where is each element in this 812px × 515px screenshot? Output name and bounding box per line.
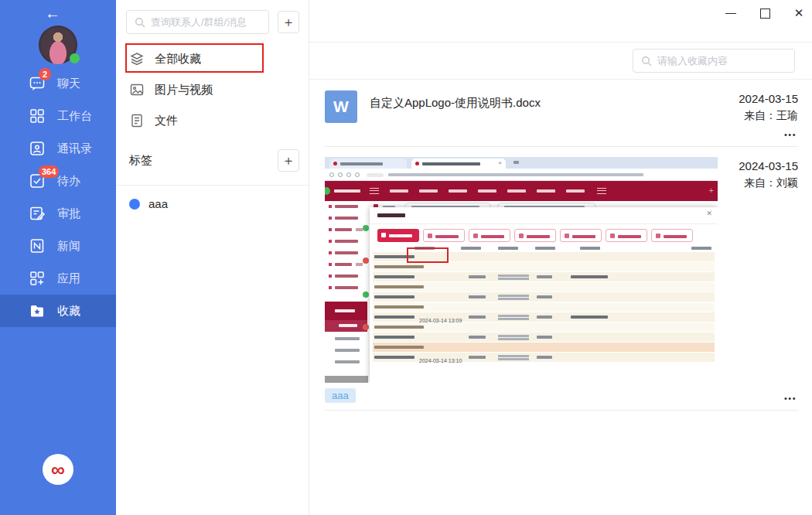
decor [610, 234, 615, 238]
decor [335, 286, 358, 289]
decor [374, 295, 415, 298]
decor [329, 263, 332, 266]
sidebar-item-news[interactable]: 新闻 [0, 230, 116, 262]
decor [469, 356, 486, 359]
file-title: 自定义AppLogo-使用说明书.docx [370, 96, 739, 146]
decor [374, 346, 424, 349]
decor-row [373, 262, 715, 271]
more-menu-button[interactable]: ••• [784, 130, 797, 139]
item-meta: 2024-03-15 来自：刘颖 [739, 158, 798, 190]
sidebar-item-todo[interactable]: 364 待办 [0, 165, 116, 197]
sidebar-item-label: 待办 [57, 174, 80, 189]
decor [329, 251, 332, 254]
decor [537, 356, 552, 359]
sidebar-item-contacts[interactable]: 通讯录 [0, 132, 116, 165]
filter-label: 全部收藏 [155, 52, 201, 67]
back-arrow-icon[interactable]: ← [45, 5, 60, 22]
decor [335, 275, 358, 278]
favorite-item-image: × + [325, 147, 798, 411]
decor [449, 189, 467, 193]
decor [565, 234, 569, 238]
decor [571, 275, 608, 278]
favorites-search-input[interactable]: 请输入收藏内容 [633, 49, 795, 73]
filter-all-favorites[interactable]: 全部收藏 [116, 43, 309, 74]
decor [498, 295, 529, 297]
decor [335, 337, 360, 340]
search-placeholder: 查询联系人/群组/消息 [151, 15, 247, 29]
decor-row [373, 343, 715, 352]
thumb-red-annotation [407, 247, 449, 263]
decor [469, 336, 486, 339]
sidebar-item-approval[interactable]: 审批 [0, 197, 116, 230]
thumb-browser-urlbar [325, 169, 718, 181]
decor [329, 217, 332, 220]
decor [329, 205, 332, 208]
approval-icon [29, 205, 46, 222]
contact-search-input[interactable]: 查询联系人/群组/消息 [126, 10, 269, 34]
decor [335, 205, 358, 208]
filter-images-videos[interactable]: 图片与视频 [116, 74, 309, 105]
tag-label: aaa [148, 197, 168, 210]
decor [498, 247, 518, 250]
decor [469, 275, 486, 278]
thumb-app-navbar: + [325, 181, 718, 201]
word-file-icon: W [325, 90, 357, 123]
tag-item-aaa[interactable]: aaa [116, 186, 309, 222]
decor [374, 265, 424, 268]
sidebar-item-apps[interactable]: 应用 [0, 262, 116, 295]
decor [374, 356, 415, 359]
decor [389, 234, 412, 237]
more-menu-button[interactable]: ••• [784, 394, 797, 403]
search-icon [641, 56, 652, 67]
decor-chip [514, 229, 556, 242]
sidebar-item-chat[interactable]: 2 聊天 [0, 67, 116, 100]
sidebar-item-label: 新闻 [57, 239, 80, 254]
minimize-button[interactable] [725, 8, 736, 19]
close-icon: ✕ [794, 6, 804, 19]
window-controls: ✕ [725, 8, 804, 19]
decor [527, 235, 550, 238]
decor [507, 189, 526, 193]
decor-row [373, 282, 715, 292]
search-placeholder: 请输入收藏内容 [657, 54, 728, 68]
decor [329, 275, 332, 278]
plus-icon: ＋ [282, 13, 295, 31]
decor-row [373, 333, 715, 342]
close-button[interactable]: ✕ [793, 8, 804, 19]
favorites-main: ✕ 请输入收藏内容 W 自定义AppLogo-使用说明书.docx 2024-0… [309, 0, 812, 515]
filter-files[interactable]: 文件 [116, 105, 309, 136]
favorited-screenshot-thumbnail[interactable]: × + [325, 157, 718, 383]
maximize-button[interactable] [759, 8, 770, 19]
workbench-icon [29, 107, 46, 124]
decor-row [373, 292, 715, 302]
item-date: 2024-03-15 [739, 90, 798, 107]
decor [473, 234, 478, 238]
decor [537, 336, 552, 339]
sidebar-item-workbench[interactable]: 工作台 [0, 100, 116, 132]
decor [478, 189, 496, 193]
decor [329, 228, 332, 231]
decor [537, 295, 552, 298]
layers-icon [129, 51, 145, 67]
decor [481, 235, 504, 238]
decor-row [373, 272, 715, 281]
avatar[interactable] [39, 26, 77, 64]
item-from: 来自：刘颖 [739, 175, 798, 190]
brand-logo[interactable]: ∞ [43, 454, 73, 485]
item-tag-chip[interactable]: aaa [325, 388, 356, 403]
favorite-item-document[interactable]: W 自定义AppLogo-使用说明书.docx 2024-03-15 来自：王瑜… [325, 80, 798, 147]
decor [537, 315, 552, 319]
decor [374, 326, 424, 329]
sidebar-item-favorites[interactable]: 收藏 [0, 295, 116, 327]
favorites-icon [29, 302, 46, 319]
app-sidebar: ← 2 聊天 工作台 [0, 0, 116, 515]
file-icon [129, 113, 145, 128]
decor [356, 263, 363, 266]
sidebar-item-label: 收藏 [57, 304, 80, 319]
word-letter: W [333, 97, 349, 116]
decor [428, 234, 432, 238]
add-tag-button[interactable]: ＋ [278, 149, 299, 172]
todo-badge: 364 [39, 165, 59, 178]
decor [535, 247, 555, 250]
add-favorite-button[interactable]: ＋ [278, 11, 299, 33]
